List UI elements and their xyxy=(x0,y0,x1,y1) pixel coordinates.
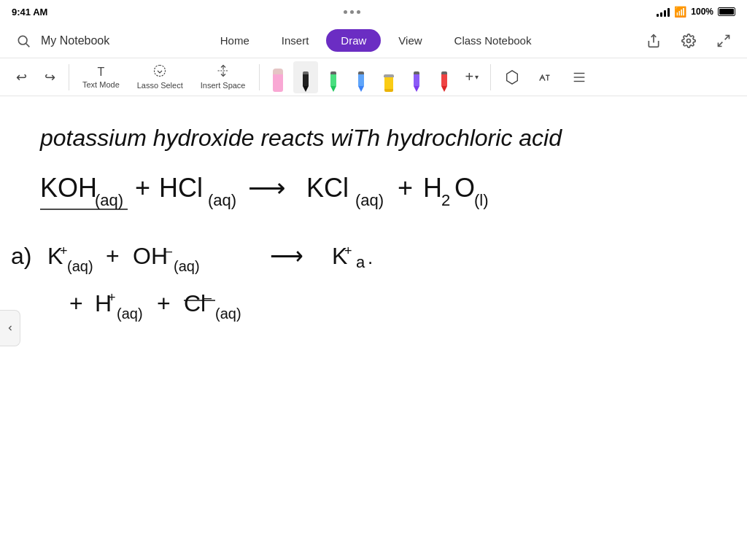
plus3: + xyxy=(106,243,120,269)
status-right: 📶 100% xyxy=(657,6,735,18)
signal-bar-4 xyxy=(667,8,670,17)
oh: OH xyxy=(133,243,168,269)
text-mode-icon: T xyxy=(97,66,104,79)
green-pen-tip xyxy=(330,86,336,92)
red-pen-tool[interactable] xyxy=(432,61,457,93)
black-pen-tool[interactable] xyxy=(293,61,318,93)
nav-left: My Notebook xyxy=(12,29,109,52)
lasso-select-label: Lasso Select xyxy=(137,81,183,90)
svg-point-3 xyxy=(686,39,690,42)
red-pen-tip xyxy=(441,86,447,92)
nav-tabs: Home Insert Draw View Class Notebook xyxy=(206,29,546,52)
a-subscript: a xyxy=(356,253,365,271)
black-pen-tip xyxy=(303,86,309,92)
yellow-highlighter-tool[interactable] xyxy=(376,61,401,93)
ink-to-text-icon xyxy=(538,69,554,85)
h2-subscript: 2 xyxy=(441,191,450,209)
tab-home[interactable]: Home xyxy=(206,29,264,52)
battery-icon xyxy=(718,7,735,16)
cl-minus: – xyxy=(204,290,212,305)
eraser-top xyxy=(273,69,283,74)
plus-superscript: + xyxy=(60,244,68,258)
h-plus-superscript: + xyxy=(108,290,116,305)
settings-button[interactable] xyxy=(677,29,700,52)
plus-icon: + xyxy=(465,69,474,85)
nav-right xyxy=(642,29,735,52)
oh-minus: – xyxy=(165,244,172,258)
dot-1 xyxy=(344,10,347,14)
tab-class-notebook[interactable]: Class Notebook xyxy=(440,29,546,52)
insert-space-button[interactable]: Insert Space xyxy=(193,61,253,93)
redo-icon: ↪ xyxy=(44,69,55,85)
share-button[interactable] xyxy=(642,29,665,52)
signal-bar-1 xyxy=(657,14,659,17)
tab-insert[interactable]: Insert xyxy=(267,29,324,52)
tab-view[interactable]: View xyxy=(384,29,436,52)
text-mode-button[interactable]: T Text Mode xyxy=(75,63,127,92)
purple-pen-tip xyxy=(414,86,419,92)
green-pen-visual xyxy=(330,71,336,92)
h-aq: (aq) xyxy=(117,306,143,322)
o: O xyxy=(454,173,475,203)
hcl: HCl xyxy=(159,173,203,203)
tab-draw[interactable]: Draw xyxy=(326,29,381,52)
battery-percent: 100% xyxy=(691,7,713,17)
blue-pen-tool[interactable] xyxy=(349,61,374,93)
black-pen-body xyxy=(303,74,309,86)
red-pen-visual xyxy=(441,71,447,92)
black-pen-visual xyxy=(303,71,309,92)
signal-bar-2 xyxy=(660,12,662,17)
notebook-title: My Notebook xyxy=(41,34,109,47)
dot-2 xyxy=(350,10,354,14)
expand-button[interactable] xyxy=(712,29,735,52)
dot-3 xyxy=(357,10,360,14)
blue-pen-body xyxy=(358,74,364,86)
label-a: a) xyxy=(11,243,31,269)
redo-button[interactable]: ↪ xyxy=(37,66,63,88)
purple-pen-body xyxy=(414,74,419,86)
hl-body xyxy=(384,77,393,89)
lasso-select-button[interactable]: Lasso Select xyxy=(130,61,190,93)
eraser-visual xyxy=(273,69,283,92)
blue-pen-visual xyxy=(358,71,364,92)
red-pen-body xyxy=(441,74,447,86)
search-button[interactable] xyxy=(12,29,35,52)
oh-aq: (aq) xyxy=(174,258,200,274)
h2o: H xyxy=(423,173,442,203)
green-pen-tool[interactable] xyxy=(321,61,346,93)
purple-pen-visual xyxy=(414,71,419,92)
handwriting-line2: KOH xyxy=(40,173,97,203)
toolbar-divider-2 xyxy=(259,64,260,90)
plus5: + xyxy=(157,290,171,316)
insert-space-label: Insert Space xyxy=(201,81,246,90)
svg-point-0 xyxy=(18,36,27,44)
kcl-subscript: (aq) xyxy=(355,191,384,209)
ink-to-text-button[interactable] xyxy=(530,66,561,88)
handwriting-subscript1: (aq) xyxy=(95,191,123,209)
eraser-bottom xyxy=(273,88,283,92)
pen-shape-icon xyxy=(504,69,520,85)
purple-pen-tool[interactable] xyxy=(404,61,429,93)
plus4: + xyxy=(69,290,83,316)
search-icon xyxy=(16,34,31,48)
add-chevron: ▾ xyxy=(475,73,479,81)
svg-line-5 xyxy=(718,42,722,46)
eraser-tool[interactable] xyxy=(266,61,290,93)
pen-shape-button[interactable] xyxy=(497,66,527,88)
svg-line-4 xyxy=(725,35,729,39)
undo-button[interactable]: ↩ xyxy=(9,66,34,88)
cl-aq: (aq) xyxy=(215,306,241,322)
more-options-button[interactable] xyxy=(564,66,595,88)
gear-icon xyxy=(681,34,696,48)
add-pen-button[interactable]: + ▾ xyxy=(460,64,485,90)
canvas-area[interactable]: potassium hydroxide reacts wiTh hydrochl… xyxy=(0,96,747,560)
svg-line-1 xyxy=(26,43,30,47)
green-pen-body xyxy=(330,74,336,86)
nav-bar: My Notebook Home Insert Draw View Class … xyxy=(0,23,747,58)
signal-bar-3 xyxy=(664,10,666,17)
sidebar-toggle-button[interactable] xyxy=(0,310,20,346)
eraser-middle xyxy=(273,74,283,88)
status-time: 9:41 AM xyxy=(12,7,47,18)
arrow1: ⟶ xyxy=(248,173,286,203)
status-center-dots xyxy=(344,10,360,14)
